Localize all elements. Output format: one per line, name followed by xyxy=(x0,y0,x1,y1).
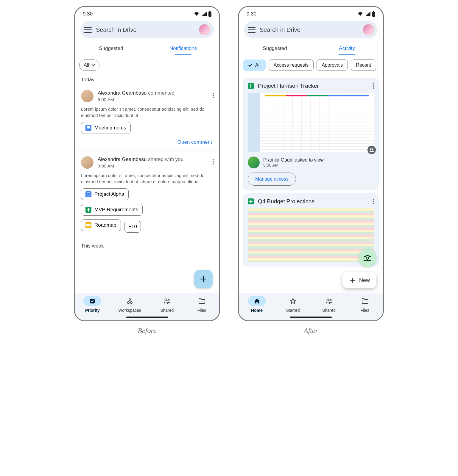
person-avatar xyxy=(248,156,260,168)
svg-point-3 xyxy=(129,299,131,300)
shared-icon xyxy=(325,298,333,304)
camera-icon xyxy=(364,255,371,261)
svg-rect-8 xyxy=(372,12,375,17)
cellular-icon xyxy=(365,12,370,16)
caption-after: After xyxy=(304,327,318,335)
sheets-icon xyxy=(248,83,254,89)
notification-time: 9:00 AM xyxy=(98,163,183,168)
file-chip[interactable]: Roadmap xyxy=(81,219,121,231)
nav-home[interactable]: Home xyxy=(248,296,266,313)
nav-label: Files xyxy=(361,308,370,313)
priority-icon xyxy=(89,298,96,304)
star-icon xyxy=(290,298,296,304)
fab-camera[interactable] xyxy=(359,249,376,267)
file-chip[interactable]: MVP Requirements xyxy=(81,204,143,216)
filter-chip-all[interactable]: All xyxy=(79,60,99,71)
caption-before: Before xyxy=(138,327,156,335)
menu-icon[interactable] xyxy=(248,27,256,33)
nav-priority[interactable]: Priority xyxy=(83,296,101,313)
file-preview xyxy=(248,93,374,152)
svg-point-7 xyxy=(168,300,169,301)
filter-chip-approvals[interactable]: Approvals xyxy=(317,60,348,71)
open-comment-link[interactable]: Open comment xyxy=(81,134,213,146)
tabs: Suggested Activity xyxy=(239,41,383,55)
status-bar: 9:30 xyxy=(239,7,383,19)
notification-title: Alexandra Geambasu shared with you xyxy=(98,156,183,163)
status-bar: 9:30 xyxy=(75,7,219,19)
notification-body: Lorem ipsum dolor sit amet, consectetur … xyxy=(81,172,213,185)
tab-suggested[interactable]: Suggested xyxy=(239,41,311,55)
nav-files[interactable]: Files xyxy=(356,296,374,313)
fab-new[interactable]: New xyxy=(342,272,376,288)
more-icon[interactable] xyxy=(213,93,214,98)
file-label: MVP Requirements xyxy=(94,207,138,213)
nav-label: Shared xyxy=(322,308,336,313)
notification-body: Lorem ipsum dolor sit amet, consectetur … xyxy=(81,106,213,118)
manage-access-button[interactable]: Manage access xyxy=(248,173,296,186)
activity-card[interactable]: Project Harrison Tracker Pramila Gadal a… xyxy=(243,78,379,190)
menu-icon[interactable] xyxy=(84,27,92,33)
notification-item[interactable]: Alexandra Geambasu shared with you 9:00 … xyxy=(75,151,219,237)
nav-workspaces[interactable]: Workspaces xyxy=(118,296,141,313)
search-bar[interactable]: Search in Drive xyxy=(80,21,214,38)
activity-text: Pramila Gadal asked to view xyxy=(263,157,324,163)
tab-activity[interactable]: Activity xyxy=(311,41,383,55)
search-input[interactable]: Search in Drive xyxy=(260,26,359,33)
file-chip-meeting-notes[interactable]: Meeting notes xyxy=(81,122,131,134)
overflow-chip[interactable]: +10 xyxy=(124,221,141,233)
folder-icon xyxy=(362,298,369,304)
person-avatar xyxy=(81,90,94,102)
person-avatar xyxy=(81,156,94,169)
filter-chip-access[interactable]: Access requests xyxy=(269,60,314,71)
docs-icon xyxy=(85,125,91,131)
nav-label: Files xyxy=(197,308,206,313)
filter-chip-all[interactable]: All xyxy=(243,60,266,71)
home-icon xyxy=(254,298,260,304)
check-icon xyxy=(248,63,253,67)
more-icon[interactable] xyxy=(213,159,214,165)
notification-time: 9:00 AM xyxy=(98,97,175,102)
sheets-icon xyxy=(248,198,254,204)
notification-item[interactable]: Alexandra Geambasu commented 9:00 AM Lor… xyxy=(75,84,219,151)
notification-title: Alexandra Geambasu commented xyxy=(98,90,175,96)
file-label: Meeting notes xyxy=(94,125,126,131)
docs-icon xyxy=(85,191,91,197)
more-icon[interactable] xyxy=(373,199,374,204)
svg-point-14 xyxy=(366,257,369,259)
before-column: 9:30 Search in Drive Suggested Notificat… xyxy=(74,6,220,335)
status-icons xyxy=(194,11,211,17)
tabs: Suggested Notifications xyxy=(75,41,219,55)
search-bar[interactable]: Search in Drive xyxy=(244,21,378,38)
svg-rect-9 xyxy=(373,11,374,12)
slides-icon xyxy=(85,222,91,228)
nav-label: Home xyxy=(251,308,263,313)
svg-point-10 xyxy=(370,148,372,150)
account-avatar[interactable] xyxy=(363,24,374,35)
nav-label: Starred xyxy=(286,308,300,313)
nav-label: Workspaces xyxy=(118,308,141,313)
nav-shared[interactable]: Shared xyxy=(158,296,176,313)
file-label: Project Alpha xyxy=(94,191,124,197)
activity-time: 9:00 AM xyxy=(263,163,324,167)
phone-after: 9:30 Search in Drive Suggested Activity … xyxy=(238,6,384,321)
file-chip[interactable]: Project Alpha xyxy=(81,188,129,200)
activity-card[interactable]: Q4 Budget Projections xyxy=(243,193,379,267)
fab-new[interactable] xyxy=(194,270,213,288)
filter-chip-recent[interactable]: Recent xyxy=(351,60,376,71)
nav-label: Shared xyxy=(160,308,174,313)
account-avatar[interactable] xyxy=(199,24,210,35)
status-icons xyxy=(357,11,375,17)
more-icon[interactable] xyxy=(373,83,374,89)
chevron-down-icon xyxy=(91,64,95,66)
search-input[interactable]: Search in Drive xyxy=(96,26,195,33)
svg-point-5 xyxy=(130,302,132,303)
tab-suggested[interactable]: Suggested xyxy=(75,41,147,55)
nav-files[interactable]: Files xyxy=(193,296,211,313)
tab-notifications[interactable]: Notifications xyxy=(147,41,219,55)
section-today: Today xyxy=(75,75,219,84)
shared-badge-icon xyxy=(367,146,376,154)
svg-rect-0 xyxy=(208,12,211,17)
nav-starred[interactable]: Starred xyxy=(284,296,302,313)
nav-shared[interactable]: Shared xyxy=(320,296,338,313)
clock: 9:30 xyxy=(247,11,256,17)
